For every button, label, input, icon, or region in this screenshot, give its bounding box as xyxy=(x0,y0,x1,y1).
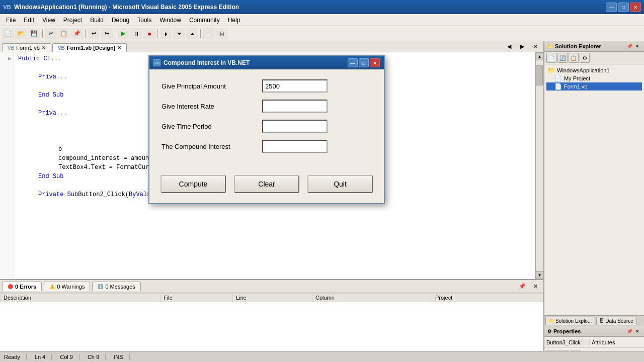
tree-item-app[interactable]: 📁 WindowsApplication1 xyxy=(546,66,642,74)
toolbar-copy[interactable]: 📋 xyxy=(58,28,70,39)
app-window: VB WindowsApplication1 (Running) - Micro… xyxy=(0,0,644,362)
menu-build[interactable]: Build xyxy=(86,16,108,25)
menu-edit[interactable]: Edit xyxy=(20,16,38,25)
editor-scrollbar[interactable]: ▲ ▼ xyxy=(535,52,543,279)
solution-explorer-icon: 📁 xyxy=(547,44,553,49)
status-ch: Ch 9 xyxy=(88,354,106,360)
menu-project[interactable]: Project xyxy=(59,16,86,25)
error-list-tab[interactable]: 🔴 0 Errors xyxy=(2,282,42,291)
tree-item-form1[interactable]: 📄 Form1.vb xyxy=(546,82,642,90)
bottom-tab-controls: 📌 ✕ xyxy=(516,281,541,292)
dialog-title-bar: VB Compound Interest in VB.NET — □ ✕ xyxy=(149,56,384,69)
menu-file[interactable]: File xyxy=(2,16,20,25)
toolbar-pause[interactable]: ⏸ xyxy=(130,28,142,39)
scroll-tabs-right[interactable]: ▶ xyxy=(516,41,528,52)
col-column[interactable]: Column xyxy=(312,294,432,302)
tab-close-form1-vb[interactable]: ✕ xyxy=(42,45,46,50)
toolbar-debug1[interactable]: ⏵ xyxy=(160,28,172,39)
toolbar-stop[interactable]: ■ xyxy=(143,28,155,39)
menu-window[interactable]: Window xyxy=(155,16,185,25)
toolbar-sep-4 xyxy=(157,29,158,38)
menu-tools[interactable]: Tools xyxy=(133,16,155,25)
right-panel-tabs: 📁 Solution Explo... 🗄 Data Source xyxy=(544,315,644,326)
scroll-track[interactable] xyxy=(536,60,543,271)
close-button[interactable]: ✕ xyxy=(630,3,641,12)
tab-form1-design[interactable]: VB Form1.vb [Design] ✕ xyxy=(52,43,127,52)
right-panel: 📁 Solution Explorer 📌 ✕ 📄 🔄 📋 ⚙ 📁 xyxy=(543,41,644,362)
menu-help[interactable]: Help xyxy=(224,16,245,25)
pin-bottom-panel[interactable]: 📌 xyxy=(516,281,528,292)
sol-btn-2[interactable]: 🔄 xyxy=(557,53,568,63)
col-file[interactable]: File xyxy=(160,294,233,302)
menu-debug[interactable]: Debug xyxy=(108,16,133,25)
sol-btn-1[interactable]: 📄 xyxy=(546,53,556,63)
compound-interest-row: The Compound Interest xyxy=(162,140,372,153)
editor-nav-controls: ◀ ▶ ✕ xyxy=(503,41,541,52)
solution-toolbar: 📄 🔄 📋 ⚙ xyxy=(544,52,644,64)
scroll-tabs-left[interactable]: ◀ xyxy=(503,41,515,52)
error-table-container: Description File Line Column Project xyxy=(0,293,543,351)
status-col: Col 9 xyxy=(60,354,79,360)
sol-btn-4[interactable]: ⚙ xyxy=(580,53,590,63)
menu-view[interactable]: View xyxy=(38,16,59,25)
solution-explorer-header: 📁 Solution Explorer 📌 ✕ xyxy=(544,41,644,52)
dialog-maximize-btn[interactable]: □ xyxy=(359,58,369,67)
maximize-button[interactable]: □ xyxy=(618,3,629,12)
tree-icon-form1: 📄 xyxy=(554,83,562,90)
sol-btn-3[interactable]: 📋 xyxy=(569,53,579,63)
toolbar-save[interactable]: 💾 xyxy=(28,28,40,39)
properties-title: Properties xyxy=(553,328,581,334)
solution-explorer-panel-tab[interactable]: 📁 Solution Explo... xyxy=(545,317,595,325)
compound-interest-input[interactable] xyxy=(262,140,328,153)
compute-button[interactable]: Compute xyxy=(160,175,226,193)
toolbar-debug3[interactable]: ⏶ xyxy=(186,28,198,39)
data-tab-icon: 🗄 xyxy=(600,318,604,323)
col-line[interactable]: Line xyxy=(232,294,312,302)
toolbar-new[interactable]: 📄 xyxy=(2,28,14,39)
tree-item-myproject[interactable]: 📄 My Project xyxy=(546,74,642,82)
principal-input[interactable] xyxy=(262,79,328,93)
menu-community[interactable]: Community xyxy=(185,16,224,25)
close-editor[interactable]: ✕ xyxy=(529,41,541,52)
solution-explorer-pin[interactable]: 📌 xyxy=(626,43,633,50)
properties-controls: 📌 ✕ xyxy=(626,328,641,335)
toolbar-paste[interactable]: 📌 xyxy=(71,28,83,39)
clear-button[interactable]: Clear xyxy=(234,175,299,193)
compound-interest-dialog: VB Compound Interest in VB.NET — □ ✕ Giv… xyxy=(148,55,385,204)
properties-pin[interactable]: 📌 xyxy=(626,328,633,335)
messages-tab[interactable]: ℹ️ 0 Messages xyxy=(92,282,140,291)
toolbar-cut[interactable]: ✂ xyxy=(45,28,57,39)
toolbar-open[interactable]: 📂 xyxy=(15,28,27,39)
toolbar-redo[interactable]: ↪ xyxy=(101,28,113,39)
toolbar-format1[interactable]: ≡ xyxy=(203,28,215,39)
toolbar-sep-2 xyxy=(85,29,86,38)
scroll-up-btn[interactable]: ▲ xyxy=(536,52,544,60)
close-bottom-panel[interactable]: ✕ xyxy=(529,281,541,292)
quit-button[interactable]: Quit xyxy=(307,175,373,193)
dialog-close-btn[interactable]: ✕ xyxy=(370,58,380,67)
toolbar-debug2[interactable]: ⏷ xyxy=(173,28,185,39)
toolbar-undo[interactable]: ↩ xyxy=(88,28,100,39)
solution-explorer-close[interactable]: ✕ xyxy=(634,43,641,50)
interest-rate-input[interactable] xyxy=(262,100,328,113)
warnings-tab[interactable]: ⚠️ 0 Warnings xyxy=(44,282,90,291)
scroll-down-btn[interactable]: ▼ xyxy=(536,271,544,279)
scroll-thumb[interactable] xyxy=(536,65,543,85)
time-period-input[interactable] xyxy=(262,120,328,133)
tab-form1-vb[interactable]: VB Form1.vb ✕ xyxy=(2,43,51,52)
toolbar-run[interactable]: ▶ xyxy=(117,28,129,39)
dialog-minimize-btn[interactable]: — xyxy=(348,58,358,67)
properties-panel-header: ⚙ Properties 📌 ✕ xyxy=(544,326,644,337)
minimize-button[interactable]: — xyxy=(606,3,617,12)
title-bar: VB WindowsApplication1 (Running) - Micro… xyxy=(0,0,644,14)
toolbar-format2[interactable]: ⌸ xyxy=(216,28,228,39)
interest-rate-label: Give Interest Rate xyxy=(162,103,262,110)
sol-tab-icon: 📁 xyxy=(549,318,554,323)
tree-icon-app: 📁 xyxy=(547,67,555,74)
properties-close[interactable]: ✕ xyxy=(634,328,641,335)
col-description[interactable]: Description xyxy=(1,294,160,302)
principal-row: Give Principal Amount xyxy=(162,79,372,93)
col-project[interactable]: Project xyxy=(432,294,543,302)
tab-close-form1-design[interactable]: ✕ xyxy=(117,45,121,50)
data-source-panel-tab[interactable]: 🗄 Data Source xyxy=(596,317,637,325)
